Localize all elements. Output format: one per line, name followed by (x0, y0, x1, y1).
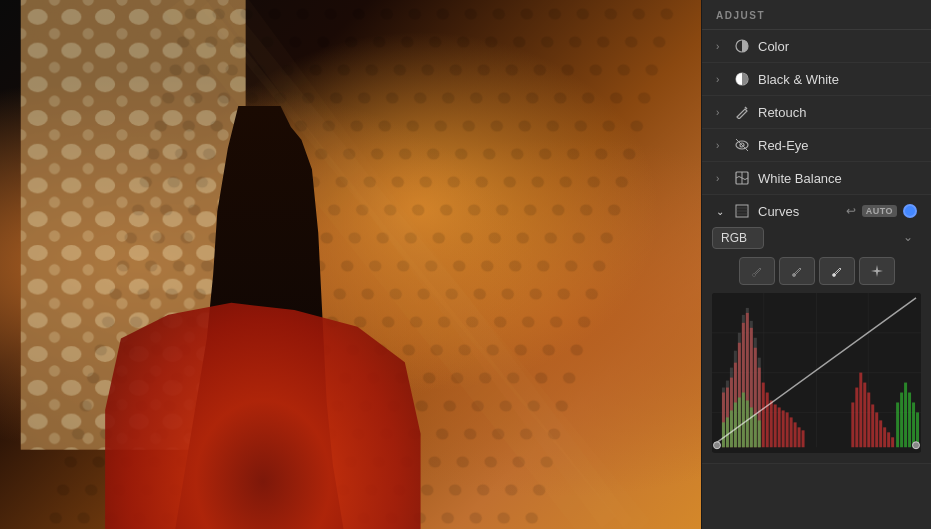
svg-rect-48 (778, 407, 781, 447)
eyedropper-black-icon (750, 264, 764, 278)
svg-rect-84 (730, 368, 733, 448)
channel-select-wrapper: RGB Red Green Blue (712, 227, 921, 249)
red-eye-label: Red-Eye (758, 138, 917, 153)
adjust-item-retouch[interactable]: › Retouch (702, 96, 931, 129)
eyedropper-white-btn[interactable] (819, 257, 855, 285)
svg-rect-59 (867, 393, 870, 448)
svg-point-94 (913, 442, 920, 449)
svg-rect-56 (855, 388, 858, 448)
curves-header-icons: ↩ AUTO (846, 204, 917, 218)
svg-rect-87 (742, 315, 745, 447)
color-label: Color (758, 39, 917, 54)
adjust-item-black-white[interactable]: › Black & White (702, 63, 931, 96)
color-icon (734, 38, 750, 54)
svg-rect-57 (859, 373, 862, 448)
curves-graph[interactable] (712, 293, 921, 453)
svg-rect-60 (871, 404, 874, 447)
svg-rect-44 (762, 383, 765, 448)
chevron-icon: › (716, 74, 726, 85)
svg-rect-65 (891, 437, 894, 447)
svg-rect-46 (770, 400, 773, 447)
svg-point-93 (713, 442, 720, 449)
black-white-icon (734, 71, 750, 87)
svg-rect-86 (738, 333, 741, 447)
curves-tools (712, 257, 921, 285)
eyedropper-white-icon (830, 264, 844, 278)
svg-point-26 (832, 274, 835, 277)
adjust-item-red-eye[interactable]: › Red-Eye (702, 129, 931, 162)
photo-area (0, 0, 701, 529)
curves-header[interactable]: ⌄ Curves ↩ AUTO (702, 195, 931, 227)
svg-rect-51 (790, 417, 793, 447)
svg-rect-50 (786, 412, 789, 447)
svg-point-25 (792, 274, 795, 277)
eyedropper-gray-btn[interactable] (779, 257, 815, 285)
adjust-header: ADJUST (702, 0, 931, 30)
svg-rect-77 (900, 393, 903, 448)
channel-select[interactable]: RGB Red Green Blue (712, 227, 764, 249)
chevron-icon: › (716, 173, 726, 184)
svg-rect-90 (754, 338, 757, 447)
svg-rect-76 (896, 402, 899, 447)
eyedropper-gray-icon (790, 264, 804, 278)
eyedropper-black-btn[interactable] (739, 257, 775, 285)
svg-rect-80 (912, 402, 915, 447)
auto-badge[interactable]: AUTO (862, 205, 897, 217)
svg-rect-58 (863, 383, 866, 448)
svg-rect-55 (851, 402, 854, 447)
curves-section: ⌄ Curves ↩ AUTO RGB Red (702, 195, 931, 464)
svg-rect-47 (774, 404, 777, 447)
adjust-title: ADJUST (716, 10, 765, 21)
curves-icon (734, 203, 750, 219)
svg-rect-52 (794, 422, 797, 447)
svg-rect-63 (883, 427, 886, 447)
svg-rect-49 (782, 410, 785, 447)
histogram-svg (712, 293, 921, 452)
svg-rect-89 (750, 321, 753, 447)
add-point-icon (870, 264, 884, 278)
svg-rect-61 (875, 412, 878, 447)
svg-rect-62 (879, 420, 882, 447)
curves-indicator[interactable] (903, 204, 917, 218)
undo-icon[interactable]: ↩ (846, 204, 856, 218)
svg-rect-88 (746, 308, 749, 447)
svg-point-24 (752, 274, 755, 277)
curves-chevron: ⌄ (716, 206, 726, 217)
white-balance-icon (734, 170, 750, 186)
adjust-item-color[interactable]: › Color (702, 30, 931, 63)
chevron-icon: › (716, 107, 726, 118)
retouch-icon (734, 104, 750, 120)
svg-rect-45 (766, 393, 769, 448)
adjust-list: › Color › Black & White › Retouch › (702, 30, 931, 529)
svg-rect-83 (726, 381, 729, 448)
right-panel: ADJUST › Color › Black & White › Retouch (701, 0, 931, 529)
curves-channel-row: RGB Red Green Blue (712, 227, 921, 249)
retouch-label: Retouch (758, 105, 917, 120)
svg-rect-91 (758, 358, 761, 448)
svg-rect-85 (734, 351, 737, 448)
red-eye-icon (734, 137, 750, 153)
curves-controls: RGB Red Green Blue (702, 227, 931, 463)
svg-rect-78 (904, 383, 907, 448)
svg-rect-53 (798, 427, 801, 447)
chevron-icon: › (716, 41, 726, 52)
add-point-btn[interactable] (859, 257, 895, 285)
svg-rect-54 (802, 430, 805, 447)
svg-rect-79 (908, 393, 911, 448)
adjust-item-white-balance[interactable]: › White Balance (702, 162, 931, 195)
chevron-icon: › (716, 140, 726, 151)
white-balance-label: White Balance (758, 171, 917, 186)
svg-rect-64 (887, 432, 890, 447)
black-white-label: Black & White (758, 72, 917, 87)
curves-label: Curves (758, 204, 838, 219)
